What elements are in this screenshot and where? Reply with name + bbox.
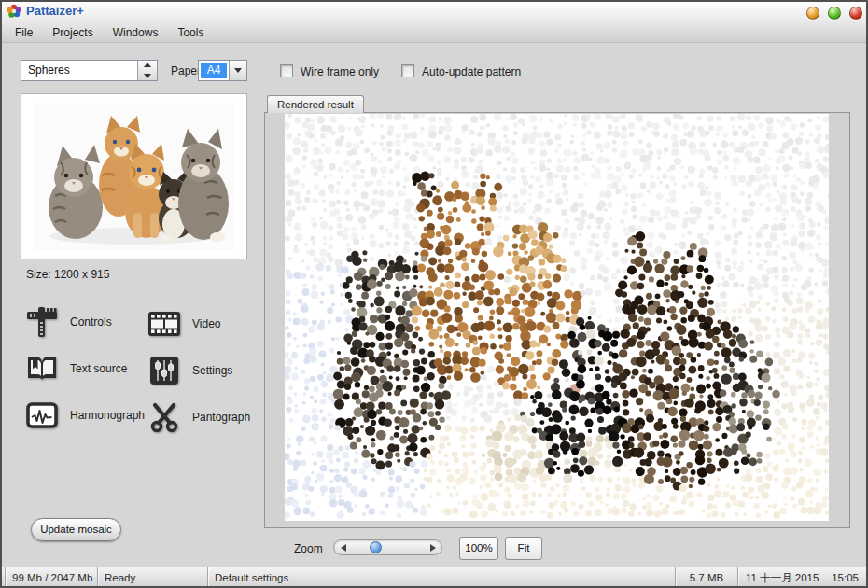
spinner-down-icon[interactable] [138,71,157,81]
chevron-down-icon[interactable] [229,61,246,80]
zoom-slider-thumb[interactable] [370,541,382,553]
paper-select-value: A4 [201,63,227,78]
status-state: Ready [97,567,207,588]
zoom-slider[interactable] [333,539,442,555]
status-date: 11 十一月 2015 [746,567,819,588]
zoom-label: Zoom [294,542,323,555]
zoom-fit-button[interactable]: Fit [505,537,542,560]
status-time: 15:05 [832,567,859,588]
wireframe-label: Wire frame only [301,65,379,78]
maximize-button[interactable] [828,7,841,20]
tab-rendered-result[interactable]: Rendered result [267,95,364,113]
menu-windows[interactable]: Windows [107,24,164,41]
close-button[interactable] [849,7,862,20]
app-window: Pattaizer+ File Projects Windows Tools S… [0,0,868,588]
tool-video-label: Video [192,317,220,330]
statusbar: 99 Mb / 2047 Mb Ready Default settings 5… [0,567,868,588]
menu-tools[interactable]: Tools [172,24,209,41]
status-datetime: 11 十一月 2015 15:05 [737,567,868,588]
scissors-icon [147,400,181,434]
waveform-icon [25,399,59,432]
autoupdate-checkbox[interactable] [401,64,414,77]
pattern-select[interactable]: Spheres [21,60,158,81]
menubar: File Projects Windows Tools [0,22,868,43]
update-mosaic-button[interactable]: Update mosaic [31,518,121,541]
tool-text-source-label: Text source [70,362,127,375]
window-chrome: Pattaizer+ File Projects Windows Tools [0,0,868,43]
menu-projects[interactable]: Projects [47,24,98,41]
film-icon [147,307,181,341]
status-memory: 99 Mb / 2047 Mb [5,567,97,588]
paper-select[interactable]: A4 [198,60,247,81]
tool-controls-label: Controls [70,315,112,329]
tool-harmonograph-label: Harmonograph [70,409,145,422]
book-icon [25,352,59,385]
tool-settings[interactable]: Settings [147,354,232,387]
tool-pantograph[interactable]: Pantograph [147,400,250,434]
spinner-up-icon[interactable] [138,61,157,71]
ruler-icon [25,305,59,339]
kittens-image [35,103,233,250]
window-title: Pattaizer+ [26,4,84,18]
slider-left-arrow-icon[interactable] [336,540,351,554]
menu-file[interactable]: File [9,24,38,41]
zoom-100-button[interactable]: 100% [459,537,498,560]
paper-label: Paper [171,64,201,77]
tool-text-source[interactable]: Text source [25,352,127,385]
sliders-icon [147,354,181,387]
tool-harmonograph[interactable]: Harmonograph [25,399,145,432]
pattern-spinner [137,61,157,80]
mosaic-canvas [285,114,829,521]
status-file-size: 5.7 MB [675,567,737,588]
source-image-thumbnail[interactable] [21,93,247,259]
titlebar[interactable]: Pattaizer+ [0,0,868,22]
tool-settings-label: Settings [192,364,232,377]
status-spacer [560,567,675,588]
minimize-button[interactable] [806,7,819,20]
tool-pantograph-label: Pantograph [192,411,250,424]
tool-controls[interactable]: Controls [25,305,112,339]
autoupdate-label: Auto-update pattern [422,65,521,78]
source-size-label: Size: 1200 x 915 [26,268,109,281]
pattern-select-value: Spheres [21,61,137,80]
wireframe-checkbox[interactable] [280,64,293,77]
status-settings: Default settings [207,567,560,588]
app-logo-icon [7,4,21,19]
tool-video[interactable]: Video [147,307,220,341]
slider-right-arrow-icon[interactable] [425,540,440,554]
